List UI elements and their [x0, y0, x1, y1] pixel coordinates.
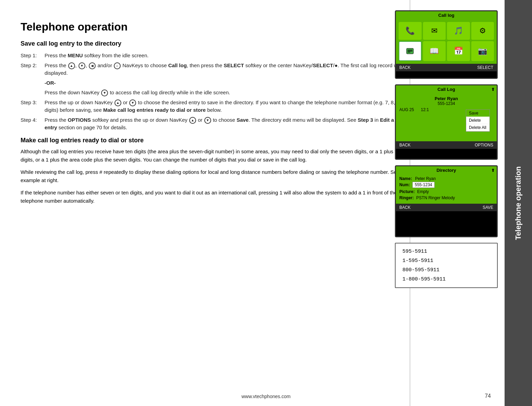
dir-num-value: 555-1234 — [412, 182, 435, 188]
nav-icon-up3: ▲ — [189, 117, 196, 124]
section1-title: Save call log entry to the directory — [21, 40, 418, 47]
step3-content: Press the up or down NavKey ▲ or ▼ to ch… — [45, 98, 418, 115]
icon-settings: ⚙ — [471, 22, 494, 40]
step4-content: Press the OPTIONS softkey and press the … — [45, 115, 418, 133]
screen1-back: BACK — [399, 65, 411, 70]
nav-icon-up: ▲ — [68, 62, 75, 69]
screen3-header: Directory ⬆ — [396, 166, 497, 174]
screen1-footer: BACK SELECT — [396, 64, 497, 71]
dialing-line-1: 595-5911 — [402, 247, 490, 256]
phone-screen2: Call Log ⬆ Peter Ryan 555-1234 AUG 25 12… — [395, 84, 498, 160]
page-title: Telephone operation — [21, 21, 418, 33]
screen2-footer: BACK OPTIONS — [396, 141, 497, 149]
screen2-title: Call Log — [437, 87, 455, 92]
icon-mail: ✉ — [423, 22, 446, 40]
dir-picture-value: Empty — [417, 189, 429, 194]
scroll-indicator: ⬆ — [491, 87, 495, 92]
section2-para1: Although the call log entries you receiv… — [21, 147, 418, 164]
dir-name-label: Name: — [399, 176, 412, 181]
call-entry-num: 555-1234 — [399, 101, 493, 106]
nav-icon-down3: ▼ — [129, 99, 136, 106]
icon-calllog — [399, 41, 422, 61]
icon-directory: 📖 — [423, 41, 446, 61]
step2-content: Press the ▲, ▼, ◀ and/or ⌂ NavKeys to ch… — [45, 61, 418, 98]
dialing-line-3: 800-595-5911 — [402, 265, 490, 275]
dropdown-menu: Save Delete Delete All — [466, 109, 490, 132]
dialing-options-box: 595-5911 1-595-5911 800-595-5911 1-800-5… — [395, 243, 498, 288]
icon-phone: 📞 — [399, 22, 422, 40]
step3-row: Step 3: Press the up or down NavKey ▲ or… — [21, 98, 418, 115]
dialing-line-4: 1-800-595-5911 — [402, 275, 490, 284]
nav-icon-down2: ▼ — [101, 89, 108, 96]
page-number: 74 — [485, 393, 491, 399]
step4-label: Step 4: — [21, 115, 45, 133]
dir-picture-label: Picture: — [399, 189, 415, 194]
step4-row: Step 4: Press the OPTIONS softkey and pr… — [21, 115, 418, 133]
menu-delete-all: Delete All — [466, 124, 489, 131]
menu-delete: Delete — [466, 117, 489, 124]
side-tab-label: Telephone operation — [514, 166, 523, 240]
side-tab: Telephone operation — [505, 0, 532, 406]
right-panel: Call log 📞 ✉ 🎵 ⚙ 📖 📅 📷 BACK SELECT — [388, 0, 505, 406]
screen2-back: BACK — [399, 143, 411, 147]
screen1-header: Call log — [396, 11, 497, 19]
nav-icon-down: ▼ — [78, 62, 85, 69]
nav-icon-up2: ▲ — [114, 99, 121, 106]
dir-name-value: Peter Ryan — [415, 176, 436, 181]
step2-row: Step 2: Press the ▲, ▼, ◀ and/or ⌂ NavKe… — [21, 61, 418, 98]
dir-num-label: Num: — [399, 182, 410, 187]
step3-label: Step 3: — [21, 98, 45, 115]
dir-ringer-row: Ringer: PSTN Ringer Melody — [399, 195, 493, 200]
screen1-icons: 📞 ✉ 🎵 ⚙ 📖 📅 📷 — [396, 19, 497, 64]
menu-save: Save — [466, 110, 489, 117]
screen1-select: SELECT — [477, 65, 493, 70]
dir-picture-row: Picture: Empty — [399, 189, 493, 194]
screen3-back: BACK — [399, 205, 411, 210]
icon-camera: 📷 — [471, 41, 494, 61]
section2-para2: While reviewing the call log, press # re… — [21, 168, 418, 184]
step2-label: Step 2: — [21, 61, 45, 98]
steps-table: Step 1: Press the MENU softkey from the … — [21, 51, 418, 133]
screen3-scroll: ⬆ — [491, 168, 495, 173]
dir-ringer-label: Ringer: — [399, 195, 414, 200]
section2-title: Make call log entries ready to dial or s… — [21, 137, 418, 144]
nav-icon-down4: ▼ — [204, 117, 211, 124]
call-entry-name: Peter Ryan — [399, 96, 493, 101]
step1-content: Press the MENU softkey from the idle scr… — [45, 51, 418, 61]
step1-row: Step 1: Press the MENU softkey from the … — [21, 51, 418, 61]
screen3-save: SAVE — [483, 205, 493, 210]
main-content: Telephone operation Save call log entry … — [0, 0, 439, 406]
dir-ringer-value: PSTN Ringer Melody — [416, 195, 455, 200]
icon-calendar: 📅 — [447, 41, 470, 61]
step1-label: Step 1: — [21, 51, 45, 61]
or-line: -OR- — [45, 79, 418, 87]
screen3-body: Name: Peter Ryan Num: 555-1234 Picture: … — [396, 174, 497, 204]
phone-screen1: Call log 📞 ✉ 🎵 ⚙ 📖 📅 📷 BACK SELECT — [395, 10, 498, 79]
screen2-body: Peter Ryan 555-1234 AUG 25 12:1 Save Del… — [396, 93, 497, 141]
nav-icon-right: ⌂ — [114, 62, 121, 69]
website-url: www.vtechphones.com — [241, 394, 290, 399]
nav-icon-left: ◀ — [89, 62, 96, 69]
dialing-line-2: 1-595-5911 — [402, 256, 490, 265]
dir-name-row: Name: Peter Ryan — [399, 176, 493, 181]
section2-para3: If the telephone number has either seven… — [21, 189, 418, 205]
screen3-title: Directory — [436, 168, 456, 173]
screen2-header: Call Log ⬆ — [396, 85, 497, 93]
icon-music: 🎵 — [447, 22, 470, 40]
screen3-footer: BACK SAVE — [396, 204, 497, 211]
dir-num-row: Num: 555-1234 — [399, 182, 493, 187]
screen2-options: OPTIONS — [475, 143, 493, 147]
phone-screen3: Directory ⬆ Name: Peter Ryan Num: 555-12… — [395, 165, 498, 237]
